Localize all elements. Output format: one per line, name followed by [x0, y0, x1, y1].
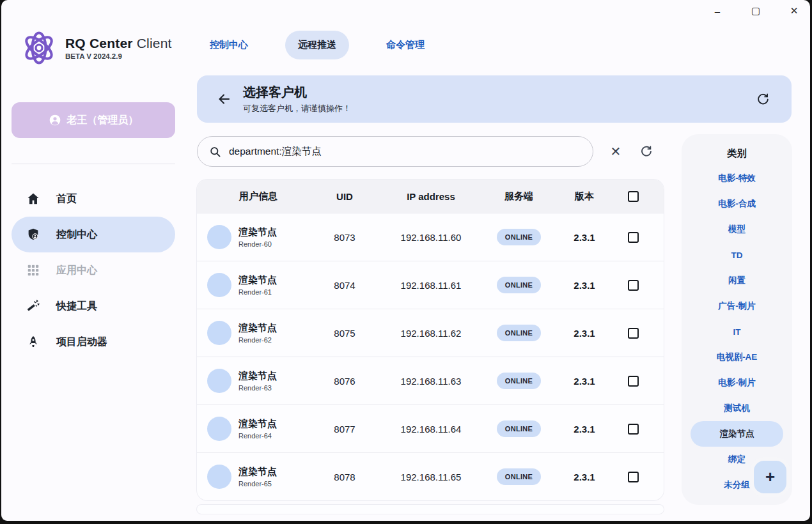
app-title: RQ Center Client [65, 36, 172, 51]
table-row[interactable]: 渲染节点 Render-63 8076 192.168.11.63 ONLINE… [197, 357, 664, 405]
table-next-row-clipped [197, 505, 664, 514]
brand: RQ Center Client BETA V 2024.2.9 [20, 29, 172, 66]
table-row[interactable]: 渲染节点 Render-60 8073 192.168.11.60 ONLINE… [197, 213, 664, 261]
category-item[interactable]: IT [682, 319, 792, 344]
client-hostname: Render-62 [238, 336, 277, 344]
tab-remote-push[interactable]: 远程推送 [285, 31, 349, 59]
search-clear-button[interactable]: ✕ [603, 139, 629, 164]
grid-icon [26, 263, 41, 278]
client-version: 2.3.1 [556, 376, 613, 387]
sidebar-item-project-launcher[interactable]: 项目启动器 [12, 324, 175, 360]
page-title: 选择客户机 [243, 84, 351, 101]
status-badge: ONLINE [497, 277, 541, 293]
category-item[interactable]: 广告-制片 [682, 293, 792, 319]
status-badge: ONLINE [497, 420, 541, 437]
refresh-icon [640, 145, 653, 158]
sidebar-item-home[interactable]: 首页 [12, 181, 175, 217]
category-item[interactable]: 模型 [682, 217, 792, 242]
sidebar: 老王（管理员） 首页 控制中心 [12, 102, 175, 360]
sidebar-divider [12, 164, 175, 164]
status-badge: ONLINE [497, 468, 541, 485]
row-checkbox[interactable] [628, 232, 639, 243]
row-checkbox[interactable] [628, 280, 639, 291]
row-checkbox[interactable] [628, 472, 639, 482]
maximize-button[interactable]: ▢ [745, 3, 767, 19]
add-category-button[interactable]: + [754, 461, 786, 493]
row-checkbox[interactable] [628, 376, 639, 387]
sidebar-item-quick-tools[interactable]: 快捷工具 [12, 288, 175, 324]
back-arrow-icon [217, 91, 232, 107]
window-controls: – ▢ ✕ [707, 3, 805, 19]
client-hostname: Render-65 [238, 480, 277, 488]
client-version: 2.3.1 [556, 280, 613, 291]
client-uid: 8077 [309, 424, 380, 435]
select-all-checkbox[interactable] [628, 191, 639, 202]
search-refresh-button[interactable] [634, 139, 659, 164]
header-refresh-button[interactable] [752, 88, 774, 110]
category-panel: 类别 电影-特效 电影-合成 模型 TD 闲置 广告-制片 IT 电视剧-AE … [682, 134, 792, 505]
table-row[interactable]: 渲染节点 Render-61 8074 192.168.11.61 ONLINE… [197, 261, 664, 309]
category-item[interactable]: 电影-特效 [682, 166, 792, 191]
user-icon [49, 114, 61, 127]
status-badge: ONLINE [497, 229, 541, 245]
row-checkbox[interactable] [628, 424, 639, 435]
client-uid: 8076 [309, 376, 380, 387]
client-ip: 192.168.11.64 [380, 424, 482, 435]
category-item[interactable]: 闲置 [682, 268, 792, 293]
search-icon [209, 146, 221, 158]
user-badge[interactable]: 老王（管理员） [12, 102, 175, 138]
page-subtitle: 可复选客户机，请谨慎操作！ [243, 103, 351, 114]
avatar [207, 465, 231, 489]
client-name: 渲染节点 [238, 322, 277, 334]
tab-command-manage[interactable]: 命令管理 [373, 31, 437, 59]
col-uid: UID [309, 191, 380, 202]
category-item[interactable]: 电影-合成 [682, 191, 792, 217]
sidebar-item-label: 控制中心 [56, 228, 97, 242]
category-item[interactable]: TD [682, 242, 792, 268]
avatar [207, 417, 231, 441]
minimize-button[interactable]: – [707, 3, 728, 19]
page-header: 选择客户机 可复选客户机，请谨慎操作！ [197, 75, 792, 123]
client-uid: 8074 [309, 280, 380, 291]
client-hostname: Render-61 [238, 288, 277, 296]
category-item[interactable]: 电影-制片 [682, 370, 792, 396]
avatar [207, 369, 231, 393]
table-row[interactable]: 渲染节点 Render-65 8078 192.168.11.65 ONLINE… [197, 452, 664, 500]
category-item[interactable]: 测试机 [682, 396, 792, 421]
client-version: 2.3.1 [556, 328, 613, 339]
client-uid: 8075 [309, 328, 380, 339]
table-row[interactable]: 渲染节点 Render-62 8075 192.168.11.62 ONLINE… [197, 309, 664, 357]
client-version: 2.3.1 [556, 424, 613, 435]
col-user: 用户信息 [207, 190, 309, 203]
category-item-selected[interactable]: 渲染节点 [691, 421, 783, 447]
search-box[interactable] [197, 136, 593, 167]
table-row[interactable]: 渲染节点 Render-64 8077 192.168.11.64 ONLINE… [197, 405, 664, 452]
avatar [207, 225, 231, 249]
sidebar-item-control-center[interactable]: 控制中心 [12, 217, 175, 252]
client-name: 渲染节点 [238, 466, 277, 478]
atom-logo-icon [20, 29, 58, 66]
back-button[interactable] [214, 88, 235, 110]
row-checkbox[interactable] [628, 328, 639, 339]
client-ip: 192.168.11.65 [380, 472, 482, 482]
refresh-icon [756, 93, 770, 106]
col-server: 服务端 [482, 190, 556, 203]
sidebar-item-label: 快捷工具 [56, 300, 97, 313]
category-item[interactable]: 电视剧-AE [682, 344, 792, 370]
rocket-icon [26, 334, 41, 350]
client-hostname: Render-64 [238, 432, 277, 440]
magic-wand-icon [26, 298, 41, 314]
search-input[interactable] [229, 146, 581, 157]
tab-control-center[interactable]: 控制中心 [197, 31, 261, 59]
client-table: 用户信息 UID IP address 服务端 版本 渲染节点 Render-6… [197, 180, 664, 500]
client-hostname: Render-60 [238, 240, 277, 248]
avatar [207, 321, 231, 345]
top-tab-bar: 控制中心 远程推送 命令管理 [197, 31, 437, 59]
status-badge: ONLINE [497, 325, 541, 341]
avatar [207, 273, 231, 297]
close-button[interactable]: ✕ [783, 3, 805, 19]
col-version: 版本 [556, 190, 613, 203]
client-uid: 8073 [309, 232, 380, 243]
plus-icon: + [765, 468, 775, 485]
client-version: 2.3.1 [556, 472, 613, 482]
